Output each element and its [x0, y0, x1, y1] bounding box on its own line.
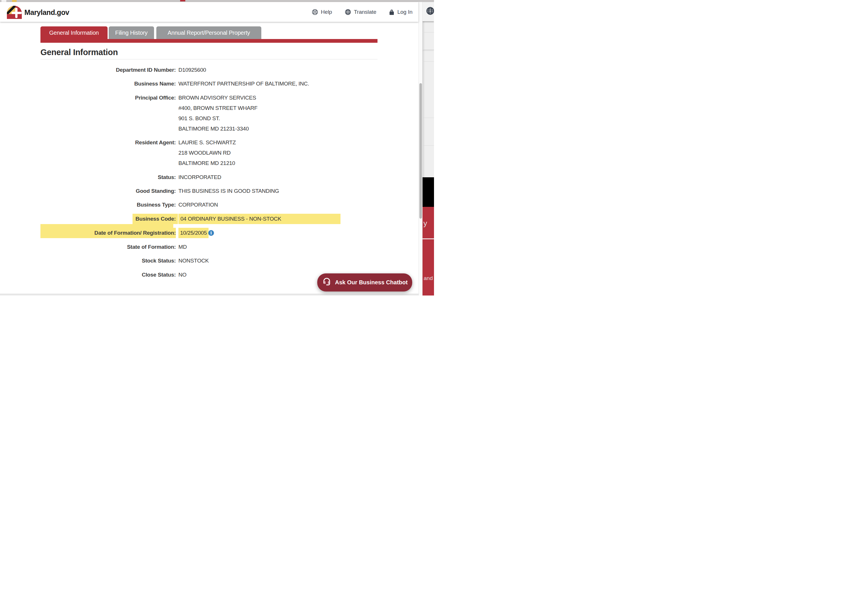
highlighted-value: 10/25/2005	[179, 228, 208, 238]
log-in-button[interactable]: Log In	[389, 9, 412, 15]
globe-icon	[345, 9, 351, 15]
title-divider	[40, 59, 378, 59]
life-ring-icon	[312, 9, 318, 15]
chatbot-label: Ask Our Business Chatbot	[335, 279, 407, 286]
tab-label: General Information	[49, 30, 99, 36]
divider	[422, 238, 434, 239]
field-label: Status:	[0, 172, 176, 182]
tab-filing-history[interactable]: Filing History	[109, 27, 154, 39]
field-label: Resident Agent:	[0, 137, 176, 148]
field-value: WATERFRONT PARTNERSHIP OF BALTIMORE, INC…	[179, 78, 379, 89]
field-label: Stock Status:	[0, 256, 176, 266]
field-label: Date of Formation/ Registration:	[40, 228, 176, 238]
footer-strip	[0, 294, 419, 296]
active-tab-underline-bar	[40, 39, 378, 43]
page-title: General Information	[40, 47, 118, 57]
divider	[422, 32, 434, 33]
scrollbar-thumb[interactable]	[419, 83, 422, 219]
address-line: 218 WOODLAWN RD	[179, 148, 379, 158]
help-label: Help	[321, 9, 332, 15]
field-label: Business Code:	[0, 214, 176, 224]
info-icon[interactable]: i	[208, 230, 214, 236]
lock-icon	[389, 9, 394, 15]
field-label: Good Standing:	[0, 186, 176, 196]
text-highlight-strip	[40, 224, 173, 228]
field-label: Principal Office:	[0, 93, 176, 103]
field-label: Business Name:	[0, 78, 176, 89]
background-text-fragment: and	[424, 275, 433, 281]
field-label: State of Formation:	[0, 242, 176, 252]
address-line: 901 S. BOND ST.	[179, 113, 379, 124]
divider	[422, 50, 434, 50]
address-line: LAURIE S. SCHWARTZ	[179, 137, 379, 148]
background-page-strip: y and	[419, 2, 434, 296]
tab-annual-report-personal-property[interactable]: Annual Report/Personal Property	[156, 27, 261, 39]
browser-favicon-fragment	[180, 0, 185, 1]
field-label: Business Type:	[0, 200, 176, 210]
field-value: INCORPORATED	[179, 172, 379, 182]
tab-label: Annual Report/Personal Property	[168, 30, 250, 36]
background-page: y and	[422, 2, 434, 296]
tab-general-information[interactable]: General Information	[40, 27, 108, 39]
help-button[interactable]: Help	[312, 9, 332, 15]
tab-label: Filing History	[115, 30, 148, 36]
highlighted-value: 04 ORDINARY BUSINESS - NON-STOCK	[179, 214, 341, 224]
headset-icon	[322, 277, 332, 288]
field-value: LAURIE S. SCHWARTZ 218 WOODLAWN RD BALTI…	[179, 137, 379, 168]
background-page-header	[422, 2, 434, 21]
highlighted-label: Business Code:	[133, 214, 178, 224]
app-root: Maryland.gov Help	[0, 0, 434, 296]
field-value: 04 ORDINARY BUSINESS - NON-STOCK	[179, 214, 379, 224]
background-text-fragment: y	[424, 219, 427, 228]
field-label: Department ID Number:	[0, 65, 176, 75]
main-content: General Information Filing History Annua…	[0, 22, 419, 296]
field-value: NONSTOCK	[179, 256, 379, 266]
browser-tab-fragment	[12, 0, 17, 2]
browser-chrome-strip	[0, 0, 434, 2]
address-line: #400, BROWN STREET WHARF	[179, 103, 379, 113]
field-value: D10925600	[179, 65, 379, 75]
background-red-panel: y and	[422, 207, 434, 296]
field-value: BROWN ADVISORY SERVICES #400, BROWN STRE…	[179, 93, 379, 134]
scrollbar-track[interactable]	[419, 2, 422, 296]
translate-button[interactable]: Translate	[345, 9, 376, 15]
brand-name: Maryland.gov	[24, 8, 69, 17]
background-black-panel	[422, 177, 434, 207]
divider	[422, 145, 434, 146]
site-header: Maryland.gov Help	[0, 2, 419, 22]
log-in-label: Log In	[397, 9, 412, 15]
field-label: Close Status:	[0, 270, 176, 280]
maryland-gov-home-link[interactable]: Maryland.gov	[7, 6, 69, 19]
field-value: MD	[179, 242, 379, 252]
divider	[422, 118, 434, 118]
field-value: CORPORATION	[179, 200, 379, 210]
divider	[422, 61, 434, 62]
header-nav: Help Translate	[312, 2, 412, 22]
translate-label: Translate	[354, 9, 376, 15]
address-line: BALTIMORE MD 21210	[179, 158, 379, 168]
globe-icon	[426, 7, 434, 16]
ask-business-chatbot-button[interactable]: Ask Our Business Chatbot	[317, 273, 412, 291]
maryland-flag-logo-icon	[7, 6, 22, 19]
browser-tab-fragment	[1, 0, 6, 2]
address-line: BALTIMORE MD 21231-3340	[179, 124, 379, 134]
field-value: THIS BUSINESS IS IN GOOD STANDING	[179, 186, 379, 196]
address-line: BROWN ADVISORY SERVICES	[179, 93, 379, 103]
